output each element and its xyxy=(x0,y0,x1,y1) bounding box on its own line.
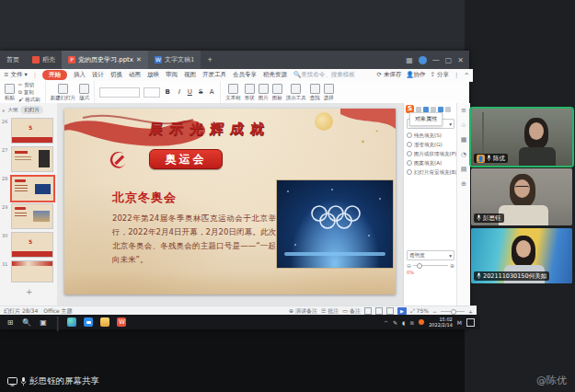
search-icon[interactable]: 🔍 xyxy=(22,317,31,327)
underline-button[interactable]: U xyxy=(186,88,193,96)
bold-button[interactable]: B xyxy=(164,88,171,96)
unsaved-status[interactable]: ⟳ 未保存 xyxy=(376,71,401,79)
panel-icon[interactable] xyxy=(438,107,443,112)
format-painter-button[interactable]: 🖌 格式刷 xyxy=(18,97,40,103)
new-slide-button[interactable]: 新建幻灯片 xyxy=(51,84,76,101)
increase-icon[interactable]: ⊕ xyxy=(450,262,454,269)
ribbon-tab-transition[interactable]: 切换 xyxy=(110,71,122,79)
window-maximize-button[interactable]: ▢ xyxy=(445,56,453,64)
window-minimize-button[interactable]: — xyxy=(432,56,440,64)
zoom-in-button[interactable]: + xyxy=(468,308,473,315)
media-icon[interactable]: ▦ xyxy=(461,136,467,144)
layers-icon[interactable]: ▤ xyxy=(461,166,467,173)
ribbon-tab-insert[interactable]: 插入 xyxy=(74,71,86,79)
zoom-level[interactable]: ⤢ 75% xyxy=(410,307,429,315)
thumbnail-slide-27[interactable]: 27 xyxy=(0,146,57,172)
paste-button[interactable]: 粘贴 xyxy=(5,84,15,101)
zoom-out-button[interactable]: − xyxy=(432,308,437,315)
wps-taskbar-icon[interactable]: W xyxy=(117,317,126,327)
settings-icon[interactable]: ⊕ xyxy=(461,180,466,188)
file-menu[interactable]: ≡ 文件 ▾ xyxy=(4,71,28,79)
panel-icon[interactable] xyxy=(445,107,451,112)
fill-option-pattern[interactable]: 图案填充(A) xyxy=(404,158,457,167)
strike-button[interactable]: S xyxy=(197,88,204,96)
edge-icon[interactable] xyxy=(67,317,76,327)
tab-document-doc[interactable]: W 文字文稿1 xyxy=(148,51,201,69)
participant-video-pengsiyu[interactable]: 彭思钰 xyxy=(471,168,572,225)
ribbon-tab-design[interactable]: 设计 xyxy=(92,71,104,79)
collab-button[interactable]: 👤协作 xyxy=(406,71,425,79)
present-tools-button[interactable]: 演示工具 xyxy=(286,84,306,101)
properties-icon[interactable]: ≡ xyxy=(461,107,466,114)
transparency-slider[interactable] xyxy=(413,265,448,266)
participant-video-chenyou[interactable]: 👤 陈优 xyxy=(471,109,572,166)
share-button[interactable]: ⇪ 分享 xyxy=(431,71,450,79)
tab-docer[interactable]: 稻壳 xyxy=(26,51,62,69)
font-family-select[interactable] xyxy=(99,87,140,98)
window-close-button[interactable]: ✕ xyxy=(457,56,464,64)
new-tab-button[interactable]: + xyxy=(201,51,219,69)
panel-icon[interactable] xyxy=(431,107,436,112)
outline-tab[interactable]: 大纲 xyxy=(7,107,17,113)
reading-view-icon[interactable] xyxy=(386,307,394,315)
shapes-button[interactable]: 形状 xyxy=(245,84,255,101)
ribbon-tab-view[interactable]: 视图 xyxy=(184,71,196,79)
meeting-app-icon[interactable] xyxy=(86,321,91,324)
apps-grid-icon[interactable]: ▦ xyxy=(406,56,413,64)
slide-28[interactable]: ✦ ✦ 展示光辉成就 奥运会 北京冬奥会 2022年第24届冬季奥林匹克运动会于… xyxy=(64,109,396,294)
volume-icon[interactable]: ◖ xyxy=(402,319,405,326)
thumbnail-slide-30[interactable]: 30 5 xyxy=(0,232,57,258)
tab-document-pptx[interactable]: P 党的历史学习.pptx ✕ xyxy=(62,51,148,69)
participant-video-hemeiru[interactable]: 202111030150何美如 xyxy=(471,228,572,283)
select-button[interactable]: 选择 xyxy=(324,84,334,101)
ribbon-tab-animation[interactable]: 动画 xyxy=(129,71,141,79)
textbox-button[interactable]: 文本框 xyxy=(225,84,241,101)
tab-home[interactable]: 首页 xyxy=(0,51,26,69)
ribbon-tab-slideshow[interactable]: 放映 xyxy=(147,71,159,79)
italic-button[interactable]: I xyxy=(175,88,182,96)
close-tab-icon[interactable]: ✕ xyxy=(136,56,142,63)
ribbon-tab-docer-res[interactable]: 稻壳资源 xyxy=(263,71,287,79)
cut-button[interactable]: ✂ 剪切 xyxy=(18,82,40,88)
slides-tab[interactable]: 幻灯片 xyxy=(20,106,43,114)
decrease-icon[interactable]: ⊖ xyxy=(407,262,411,269)
copy-button[interactable]: ⧉ 复制 xyxy=(18,89,40,96)
collapse-panel-icon[interactable]: « xyxy=(2,108,5,113)
layout-button[interactable]: 版式 xyxy=(79,84,89,101)
font-size-select[interactable] xyxy=(144,87,160,98)
add-slide-button[interactable]: + xyxy=(26,287,33,296)
ime-indicator[interactable]: M xyxy=(457,319,462,326)
task-view-icon[interactable]: ▣ xyxy=(39,317,48,327)
ribbon-tab-dev[interactable]: 开发工具 xyxy=(202,71,226,79)
network-icon[interactable]: ≋ xyxy=(409,319,414,326)
ribbon-tab-review[interactable]: 审阅 xyxy=(166,71,178,79)
transparency-select[interactable]: 透明度▾ xyxy=(407,250,454,260)
font-color-button[interactable]: A xyxy=(208,88,215,96)
sorter-view-icon[interactable] xyxy=(375,307,383,315)
panel-icon[interactable] xyxy=(416,107,421,112)
fill-option-picture[interactable]: 图片或纹理填充(P) xyxy=(404,149,457,158)
panel-icon[interactable] xyxy=(423,107,429,112)
tray-expand-icon[interactable]: ^ xyxy=(384,319,388,326)
account-avatar[interactable] xyxy=(419,56,427,64)
thumbnail-slide-31[interactable]: 31 xyxy=(0,260,57,286)
picture-button[interactable]: 图片 xyxy=(259,84,269,101)
thumbnail-slide-29[interactable]: 29 xyxy=(0,203,57,229)
action-center-icon[interactable] xyxy=(466,318,475,327)
file-explorer-icon[interactable] xyxy=(100,317,109,327)
icons-button[interactable]: 图标 xyxy=(272,84,282,101)
play-slideshow-button[interactable]: ▶ xyxy=(397,307,407,315)
effects-icon[interactable]: ☆ xyxy=(461,121,466,129)
ribbon-search[interactable]: 🔍查找命令、搜索模板 xyxy=(293,71,355,79)
zoom-slider[interactable] xyxy=(441,311,465,312)
find-button[interactable]: 查找 xyxy=(310,84,320,101)
wps-cloud-tray-icon[interactable] xyxy=(419,319,424,325)
ribbon-tab-member[interactable]: 会员专享 xyxy=(233,71,257,79)
more-icon[interactable]: ⋮ xyxy=(454,72,460,79)
pen-tray-icon[interactable]: ✎ xyxy=(393,319,397,326)
ribbon-tab-home[interactable]: 开始 xyxy=(42,70,67,80)
fill-option-solid[interactable]: 纯色填充(S) xyxy=(404,131,457,140)
animation-icon[interactable]: ◔ xyxy=(461,151,466,158)
start-button[interactable]: ⊞ xyxy=(6,317,15,327)
collapse-ribbon-icon[interactable]: ^ xyxy=(465,72,469,79)
